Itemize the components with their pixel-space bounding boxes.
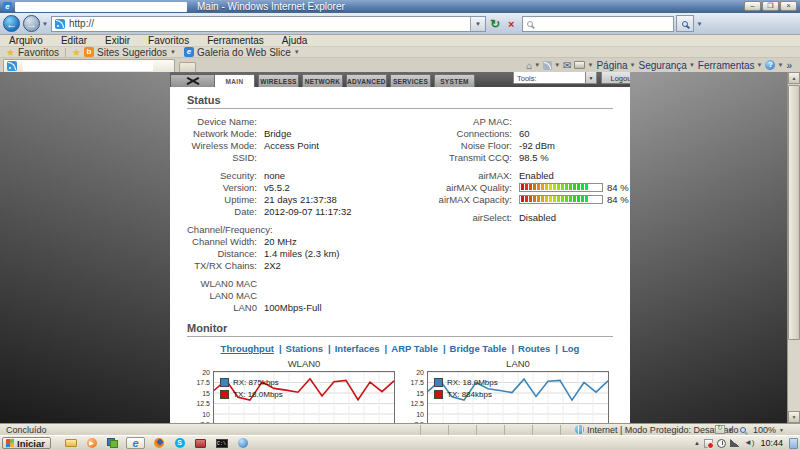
airos-tab[interactable]: SERVICES	[390, 74, 431, 87]
minimize-button[interactable]: –	[744, 1, 761, 11]
overflow-chevron-icon[interactable]: »	[786, 60, 792, 71]
search-input[interactable]	[522, 16, 674, 32]
suggested-sites-button[interactable]: Sites Sugeridos	[97, 47, 167, 58]
messenger-icon[interactable]	[193, 437, 208, 449]
address-bar[interactable]: http:// ▼	[51, 16, 486, 32]
vertical-scrollbar[interactable]: ▲ ▼	[787, 72, 800, 423]
feeds-button[interactable]: ▼	[543, 61, 560, 70]
monitor-link[interactable]: Stations	[274, 343, 323, 354]
search-options-dropdown-icon[interactable]: ▼	[696, 21, 702, 27]
menu-ajuda[interactable]: Ajuda	[273, 35, 317, 46]
mail-icon: ✉	[563, 60, 571, 71]
menu-ferramentas[interactable]: Ferramentas	[198, 35, 273, 46]
tools-dropdown-icon: ▼	[585, 72, 596, 83]
print-icon	[574, 61, 585, 69]
add-favorite-icon[interactable]: ★	[72, 47, 81, 58]
airos-tab[interactable]: WIRELESS	[258, 74, 299, 87]
monitor-link[interactable]: Routes	[506, 343, 550, 354]
close-button[interactable]: ×	[780, 1, 797, 11]
clock-time[interactable]: 10:44	[760, 438, 783, 448]
webslice-button[interactable]: Galeria do Web Slice	[197, 47, 291, 58]
status-label: Date:	[187, 206, 257, 217]
navigation-bar: ← → ▼ http:// ▼ ↻ × ▼	[0, 13, 800, 35]
webslice-dropdown-icon[interactable]: ▼	[294, 49, 300, 55]
status-label: Channel/Frequency:	[187, 224, 257, 235]
status-done-text: Concluído	[0, 425, 47, 435]
airos-tab[interactable]: ADVANCED	[346, 74, 387, 87]
tools-menu-button[interactable]: Ferramentas▼	[698, 60, 763, 71]
suggested-sites-dropdown-icon[interactable]: ▼	[170, 49, 176, 55]
volume-icon[interactable]: ◄)	[744, 439, 755, 447]
logout-button[interactable]: Logout	[601, 72, 630, 84]
forward-button[interactable]: →	[23, 15, 40, 32]
help-button[interactable]: ?▼	[765, 60, 783, 70]
status-value: 60	[519, 128, 530, 139]
alert-tray-icon[interactable]	[704, 439, 713, 448]
explorer-icon[interactable]	[63, 437, 78, 449]
system-tray: ▲ ◄) 10:44	[694, 438, 798, 449]
chart-legend: RX: 18.0MbpsTX: 884kbps	[434, 378, 498, 402]
scroll-down-icon[interactable]: ▼	[788, 411, 800, 423]
ubiquiti-logo-tab[interactable]	[170, 74, 216, 87]
monitor-link[interactable]: Throughput	[221, 343, 274, 354]
menu-editar[interactable]: Editar	[52, 35, 96, 46]
tools-select[interactable]: Tools: ▼	[513, 72, 597, 84]
status-label: Distance:	[187, 248, 257, 259]
scroll-up-icon[interactable]: ▲	[788, 72, 800, 84]
legend-swatch	[434, 390, 443, 399]
page-menu-button[interactable]: Página▼	[596, 60, 635, 71]
change-zoom-icon[interactable]	[715, 425, 725, 434]
airos-tab[interactable]: MAIN	[214, 74, 255, 87]
favorites-button[interactable]: Favoritos	[18, 47, 59, 58]
start-button[interactable]: Iniciar	[2, 437, 51, 449]
hidden-icons-chevron-icon[interactable]: ▲	[694, 440, 700, 446]
monitor-link[interactable]: Interfaces	[323, 343, 380, 354]
menu-exibir[interactable]: Exibir	[96, 35, 139, 46]
browser-sphere-icon[interactable]	[235, 437, 250, 449]
restore-button[interactable]: ❐	[762, 1, 779, 11]
status-value: 98.5 %	[519, 152, 549, 163]
network-signal-icon[interactable]	[730, 439, 740, 447]
scheduler-tray-icon[interactable]	[717, 439, 726, 448]
status-row: Wireless Mode: Access Point	[187, 139, 437, 151]
y-tick-label: 15	[202, 390, 210, 397]
status-label: WLAN0 MAC	[187, 278, 257, 289]
security-menu-button[interactable]: Segurança▼	[639, 60, 695, 71]
status-row: Network Mode: Bridge	[187, 127, 437, 139]
new-tab-button[interactable]	[179, 62, 196, 72]
skype-icon[interactable]: S	[172, 437, 187, 449]
ie-taskbar-icon[interactable]: e	[126, 437, 145, 449]
history-dropdown-icon[interactable]: ▼	[42, 21, 48, 27]
y-tick-label: 20	[416, 369, 424, 376]
zoom-dropdown-icon[interactable]: ▼	[779, 427, 784, 433]
firefox-icon[interactable]	[151, 437, 166, 449]
monitor-link[interactable]: ARP Table	[380, 343, 438, 354]
terminal-icon[interactable]: C:\	[214, 437, 229, 449]
menu-arquivo[interactable]: Arquivo	[0, 35, 52, 46]
back-button[interactable]: ←	[3, 15, 20, 32]
y-tick-label: 12.5	[410, 400, 424, 407]
zoom-level[interactable]: 100%	[753, 425, 776, 435]
monitor-link[interactable]: Bridge Table	[438, 343, 507, 354]
status-label: Transmit CCQ:	[437, 152, 512, 163]
airos-tab[interactable]: NETWORK	[302, 74, 343, 87]
home-button[interactable]: ⌂▼	[526, 60, 540, 71]
browser-tab-active[interactable]	[3, 59, 175, 72]
search-button[interactable]	[676, 15, 694, 32]
airos-tab[interactable]: SYSTEM	[434, 74, 475, 87]
menu-favoritos[interactable]: Favoritos	[139, 35, 198, 46]
network-places-icon[interactable]	[105, 437, 120, 449]
scrollbar-thumb[interactable]	[788, 85, 800, 340]
print-button[interactable]: ▼	[574, 61, 593, 69]
read-mail-button[interactable]: ✉	[563, 60, 571, 71]
show-desktop-button[interactable]	[789, 438, 798, 449]
address-dropdown-icon[interactable]: ▼	[470, 17, 485, 31]
monitor-link[interactable]: Log	[550, 343, 579, 354]
status-label: AP MAC:	[437, 116, 512, 127]
refresh-button[interactable]: ↻	[486, 15, 504, 32]
stop-button[interactable]: ×	[504, 15, 518, 32]
status-label: Network Mode:	[187, 128, 257, 139]
media-player-icon[interactable]: ▶	[84, 437, 99, 449]
status-row: Noise Floor: -92 dBm	[437, 139, 629, 151]
divider	[65, 48, 66, 57]
